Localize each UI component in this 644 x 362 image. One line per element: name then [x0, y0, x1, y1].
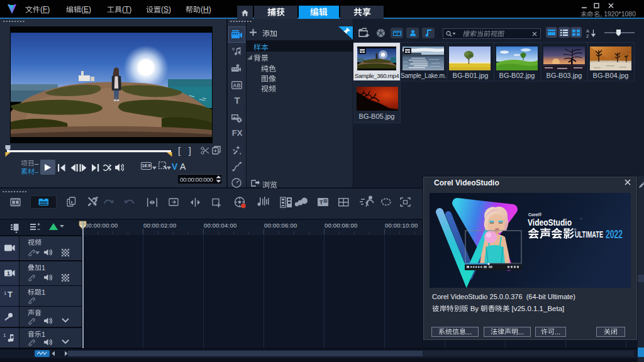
svg-text:ULTIMATE: ULTIMATE — [575, 229, 603, 239]
svg-text:VideoStudio: VideoStudio — [528, 217, 572, 228]
svg-text:1: 1 — [7, 270, 10, 277]
svg-text:Z: Z — [586, 33, 589, 38]
svg-text:°: ° — [580, 217, 582, 221]
svg-text:®: ® — [574, 228, 577, 232]
svg-text:AB: AB — [233, 82, 240, 89]
svg-text:Corel®: Corel® — [528, 212, 542, 217]
svg-text:2022: 2022 — [606, 228, 623, 241]
